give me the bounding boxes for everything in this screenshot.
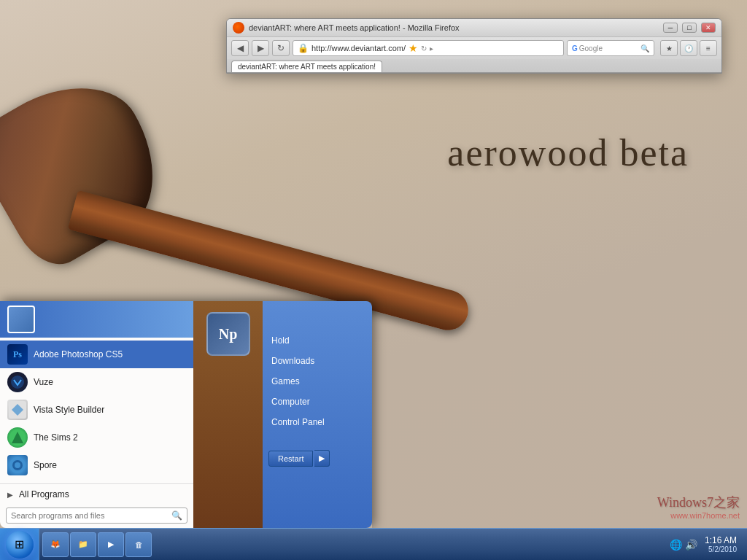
clock-time: 1:16 AM bbox=[705, 535, 737, 545]
maximize-button[interactable]: □ bbox=[682, 23, 697, 33]
firefox-window-title: deviantART: where ART meets application!… bbox=[249, 23, 659, 32]
restart-button[interactable]: Restart bbox=[268, 451, 313, 467]
clock-date: 5/2/2010 bbox=[705, 545, 737, 553]
tray-volume-icon[interactable]: 🔊 bbox=[685, 539, 697, 551]
restart-arrow-button[interactable]: ▶ bbox=[314, 450, 330, 467]
address-bar[interactable]: 🔒 http://www.deviantart.com/ ★ ↻ ▸ bbox=[293, 40, 564, 56]
notepad-area: Np bbox=[193, 301, 263, 528]
active-tab[interactable]: deviantART: where ART meets application! bbox=[231, 61, 382, 72]
start-item-spore[interactable]: Spore bbox=[0, 451, 193, 479]
google-logo: G bbox=[572, 44, 578, 52]
explorer-taskbar-icon: 📁 bbox=[77, 538, 90, 551]
go-arrow[interactable]: ▸ bbox=[430, 44, 433, 52]
firefox-toolbar: ◀ ▶ ↻ 🔒 http://www.deviantart.com/ ★ ↻ ▸… bbox=[227, 37, 721, 59]
sims2-icon bbox=[7, 427, 28, 448]
vuze-label: Vuze bbox=[34, 377, 53, 387]
tray-network-icon[interactable]: 🌐 bbox=[670, 539, 682, 551]
taskbar-explorer[interactable]: 📁 bbox=[70, 532, 96, 557]
taskbar-recycle[interactable]: 🗑 bbox=[125, 532, 152, 557]
bookmark-star[interactable]: ★ bbox=[409, 42, 418, 54]
search-bar[interactable]: G Google 🔍 bbox=[567, 40, 654, 56]
start-menu-left: Ps Adobe Photoshop CS5 Vuze bbox=[0, 301, 193, 528]
start-menu-right: Hold Downloads Games Computer Control Pa… bbox=[263, 301, 372, 528]
firefox-titlebar: deviantART: where ART meets application!… bbox=[227, 19, 721, 37]
start-menu-separator bbox=[0, 483, 193, 484]
photoshop-icon: Ps bbox=[7, 344, 28, 365]
start-button[interactable]: ⊞ bbox=[0, 529, 39, 561]
url-display: http://www.deviantart.com/ bbox=[311, 44, 406, 52]
sims2-label: The Sims 2 bbox=[34, 432, 78, 443]
brand-title: aerowood beta bbox=[447, 131, 689, 174]
right-menu-computer[interactable]: Computer bbox=[263, 392, 372, 412]
start-menu-header bbox=[0, 301, 193, 338]
all-programs-label: All Programs bbox=[19, 489, 69, 499]
firefox-taskbar-icon: 🦊 bbox=[49, 538, 62, 551]
windows-orb[interactable]: ⊞ bbox=[6, 531, 34, 559]
restart-section: Restart ▶ bbox=[263, 432, 372, 467]
back-button[interactable]: ◀ bbox=[231, 40, 249, 56]
forward-button[interactable]: ▶ bbox=[252, 40, 269, 56]
reload-button[interactable]: ↻ bbox=[272, 40, 290, 56]
minimize-button[interactable]: ─ bbox=[663, 23, 678, 33]
firefox-tabs: deviantART: where ART meets application! bbox=[227, 59, 721, 73]
taskbar-firefox[interactable]: 🦊 bbox=[42, 532, 69, 557]
svg-point-0 bbox=[11, 376, 24, 389]
vista-style-builder-icon bbox=[7, 400, 28, 420]
arrow-icon: ▶ bbox=[7, 491, 13, 499]
start-item-vuze[interactable]: Vuze bbox=[0, 368, 193, 396]
start-search-input[interactable] bbox=[11, 511, 169, 520]
start-search-box[interactable]: 🔍 bbox=[6, 508, 187, 524]
notepad-icon-wrapper: Np bbox=[196, 301, 261, 359]
search-placeholder: Google bbox=[579, 44, 640, 52]
bookmarks-button[interactable]: ★ bbox=[660, 40, 678, 56]
spore-icon bbox=[7, 455, 28, 475]
clock[interactable]: 1:16 AM 5/2/2010 bbox=[700, 535, 741, 553]
search-icon[interactable]: 🔍 bbox=[640, 44, 649, 52]
start-search-icon[interactable]: 🔍 bbox=[171, 510, 182, 521]
taskbar: ⊞ 🦊 📁 ▶ 🗑 🌐 🔊 1:16 AM 5/2/2010 bbox=[0, 528, 747, 560]
pinned-apps-list: Ps Adobe Photoshop CS5 Vuze bbox=[0, 338, 193, 482]
watermark-line2: www.win7home.net bbox=[657, 511, 740, 520]
extra-toolbar-buttons: ★ 🕐 ≡ bbox=[660, 40, 717, 56]
mediaplayer-taskbar-icon: ▶ bbox=[104, 538, 117, 551]
start-item-sims2[interactable]: The Sims 2 bbox=[0, 424, 193, 451]
history-button[interactable]: 🕐 bbox=[680, 40, 697, 56]
start-menu: Ps Adobe Photoshop CS5 Vuze bbox=[0, 301, 372, 528]
svg-point-6 bbox=[15, 462, 20, 468]
vuze-icon bbox=[7, 372, 28, 392]
right-menu-downloads[interactable]: Downloads bbox=[263, 351, 372, 371]
photoshop-label: Adobe Photoshop CS5 bbox=[34, 349, 123, 359]
right-menu-control-panel[interactable]: Control Panel bbox=[263, 412, 372, 432]
desktop: aerowood beta deviantART: where ART meet… bbox=[0, 0, 747, 560]
vista-style-builder-label: Vista Style Builder bbox=[34, 405, 104, 415]
notepad-icon[interactable]: Np bbox=[206, 312, 250, 356]
watermark-line1: Windows7之家 bbox=[657, 494, 740, 511]
spore-label: Spore bbox=[34, 460, 57, 470]
right-menu-games[interactable]: Games bbox=[263, 371, 372, 392]
system-tray: 🌐 🔊 1:16 AM 5/2/2010 bbox=[664, 535, 747, 553]
taskbar-mediaplayer[interactable]: ▶ bbox=[98, 532, 124, 557]
start-item-photoshop[interactable]: Ps Adobe Photoshop CS5 bbox=[0, 341, 193, 368]
all-programs-item[interactable]: ▶ All Programs bbox=[0, 486, 193, 503]
right-menu-hold[interactable]: Hold bbox=[263, 330, 372, 351]
firefox-window: deviantART: where ART meets application!… bbox=[226, 18, 722, 74]
extra-button[interactable]: ≡ bbox=[700, 40, 717, 56]
start-item-vista-style-builder[interactable]: Vista Style Builder bbox=[0, 396, 193, 424]
restart-row: Restart ▶ bbox=[268, 450, 366, 467]
watermark: Windows7之家 www.win7home.net bbox=[657, 494, 740, 520]
firefox-icon bbox=[233, 22, 244, 34]
refresh-small[interactable]: ↻ bbox=[421, 44, 427, 52]
user-avatar bbox=[7, 306, 35, 333]
windows-logo-icon: ⊞ bbox=[15, 537, 24, 551]
taskbar-items: 🦊 📁 ▶ 🗑 bbox=[39, 532, 664, 557]
close-button[interactable]: ✕ bbox=[701, 23, 716, 33]
recycle-taskbar-icon: 🗑 bbox=[132, 538, 145, 551]
